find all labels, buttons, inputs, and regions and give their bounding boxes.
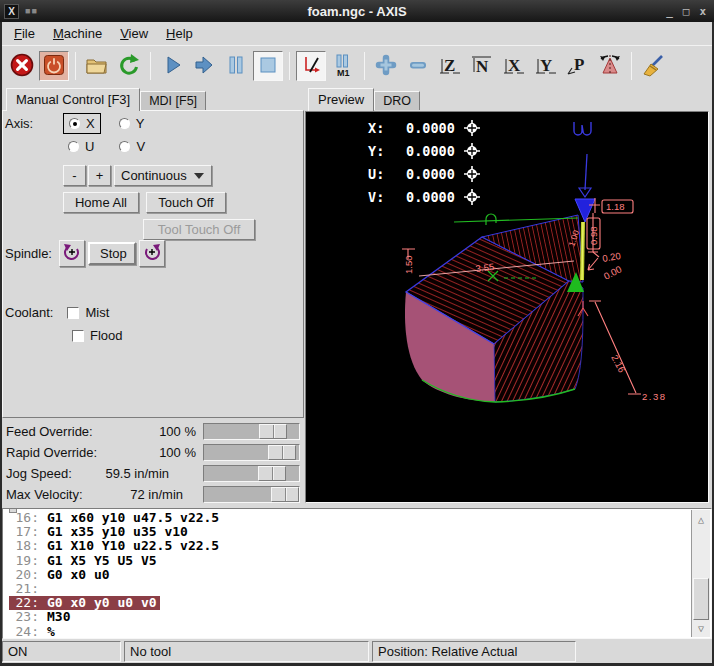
coord-axis: V: — [368, 189, 384, 205]
slider-handle[interactable] — [259, 424, 287, 439]
view-top-button[interactable]: Z — [435, 51, 465, 81]
toolbar-separator — [631, 52, 632, 80]
letter-p-icon: P — [565, 52, 591, 81]
max-velocity-slider[interactable] — [203, 486, 300, 503]
estop-button[interactable] — [7, 51, 37, 81]
slider-handle[interactable] — [268, 445, 296, 460]
slider-handle[interactable] — [258, 466, 286, 481]
gcode-line[interactable]: 23:M30 — [3, 610, 711, 624]
view-side-y-button[interactable]: Y — [531, 51, 561, 81]
pause-icon — [223, 52, 249, 81]
gcode-line[interactable]: 19:G1 X5 Y5 U5 V5 — [3, 554, 711, 568]
gcode-line[interactable]: 24:% — [3, 625, 711, 639]
home-all-button[interactable]: Home All — [63, 192, 139, 213]
clear-plot-button[interactable] — [638, 51, 668, 81]
broom-icon — [640, 52, 666, 81]
gcode-line[interactable]: 16:G1 x60 y10 u47.5 v22.5 — [3, 511, 711, 525]
tab-manual-control[interactable]: Manual Control [F3] — [6, 88, 140, 111]
rapid-override-slider[interactable] — [203, 444, 300, 461]
slider-handle[interactable] — [271, 487, 299, 502]
close-button[interactable]: x — [699, 5, 706, 18]
open-file-button[interactable] — [82, 51, 112, 81]
spindle-ccw-button[interactable] — [59, 240, 85, 267]
rotate-view-button[interactable] — [595, 51, 625, 81]
scroll-up-arrow[interactable]: △ — [693, 511, 709, 527]
axis-radio-v[interactable]: V — [114, 137, 150, 156]
rapid-override-value: 100 % — [97, 445, 203, 460]
zoom-in-button[interactable] — [371, 51, 401, 81]
scroll-thumb[interactable] — [693, 578, 709, 620]
scroll-down-arrow[interactable]: ▽ — [693, 620, 709, 636]
spindle-cw-icon — [142, 250, 162, 265]
optional-stop-button[interactable]: M1 — [328, 51, 358, 81]
touch-off-button[interactable]: Touch Off — [146, 192, 226, 213]
jog-plus-button[interactable]: + — [88, 165, 111, 186]
view-rotated-top-button[interactable]: N — [467, 51, 497, 81]
menu-help[interactable]: Help — [158, 23, 201, 44]
feed-override-value: 100 % — [93, 424, 203, 439]
toolpath-display-toggle[interactable] — [296, 51, 326, 81]
gcode-line[interactable]: 20:G0 x0 u0 — [3, 568, 711, 582]
status-bar: ON No tool Position: Relative Actual — [2, 639, 712, 664]
gcode-line-active[interactable]: 22:G0 x0 y0 u0 v0 — [3, 596, 711, 610]
tab-preview[interactable]: Preview — [308, 88, 374, 111]
svg-text:M1: M1 — [337, 68, 350, 78]
pane-sash-handle[interactable] — [9, 508, 17, 513]
coord-value: 0.0000 — [406, 189, 455, 205]
run-button[interactable] — [157, 51, 187, 81]
reload-button[interactable] — [114, 51, 144, 81]
jog-speed-slider[interactable] — [203, 465, 300, 482]
view-perspective-button[interactable]: P — [563, 51, 593, 81]
gcode-line[interactable]: 18:G1 X10 Y10 u22.5 v22.5 — [3, 539, 711, 553]
tool-touch-off-button[interactable]: Tool Touch Off — [143, 219, 255, 240]
minimize-button[interactable]: _ — [666, 5, 673, 18]
coolant-mist-checkbox[interactable]: Mist — [62, 303, 114, 322]
toolbar: M1 Z N X Y P — [2, 45, 712, 86]
axis-radio-y[interactable]: Y — [114, 114, 150, 133]
dim-label: 1.50 — [403, 256, 414, 275]
axis-radio-u[interactable]: U — [63, 137, 99, 156]
jog-speed-value: 59.5 in/min — [72, 466, 203, 481]
preview-canvas[interactable]: X: 0.0000 Y: 0.0000 U: 0.0000 V: 0.0000 — [306, 112, 708, 502]
overrides-panel: Feed Override: 100 % Rapid Override: 100… — [2, 418, 304, 505]
tab-mdi[interactable]: MDI [F5] — [140, 91, 206, 110]
menu-machine[interactable]: Machine — [45, 23, 110, 44]
main-area: Manual Control [F3] MDI [F5] Axis: X Y — [2, 86, 712, 508]
gcode-listing[interactable]: 16:G1 x60 y10 u47.5 v22.5 17:G1 x35 y10 … — [2, 508, 712, 639]
spindle-cw-button[interactable] — [139, 240, 165, 267]
step-button[interactable] — [189, 51, 219, 81]
menu-file[interactable]: File — [6, 23, 43, 44]
gcode-line[interactable]: 21: — [3, 582, 711, 596]
radio-icon — [119, 141, 130, 152]
jog-minus-button[interactable]: - — [63, 165, 86, 186]
view-side-x-button[interactable]: X — [499, 51, 529, 81]
coord-axis: U: — [368, 166, 384, 182]
maximize-button[interactable]: □ — [683, 5, 690, 18]
power-button[interactable] — [39, 51, 69, 81]
power-icon — [41, 52, 67, 81]
jog-increment-dropdown[interactable]: Continuous — [114, 165, 212, 186]
coord-value: 0.0000 — [406, 143, 455, 159]
jog-speed-label: Jog Speed: — [4, 466, 72, 481]
title-bar: X ■■ foam.ngc - AXIS _ □ x — [0, 0, 714, 22]
rotate-cone-icon — [597, 52, 623, 81]
menu-view[interactable]: View — [112, 23, 156, 44]
toolbar-separator — [75, 52, 76, 80]
spindle-stop-button[interactable]: Stop — [88, 242, 136, 265]
dim-label: 2.38 — [642, 391, 667, 402]
position-mode-cell: Position: Relative Actual — [372, 641, 576, 662]
zoom-out-button[interactable] — [403, 51, 433, 81]
coolant-flood-checkbox[interactable]: Flood — [67, 326, 128, 345]
axis-radio-x[interactable]: X — [63, 113, 101, 134]
toolbar-separator — [150, 52, 151, 80]
pause-button[interactable] — [221, 51, 251, 81]
tab-dro[interactable]: DRO — [374, 91, 420, 110]
stop-button[interactable] — [253, 51, 283, 81]
gcode-line[interactable]: 17:G1 x35 y10 u35 v10 — [3, 525, 711, 539]
toolpath-icon — [298, 52, 324, 81]
feed-override-slider[interactable] — [203, 423, 300, 440]
gcode-scrollbar[interactable]: △ ▽ — [691, 510, 710, 637]
app-frame: File Machine View Help M1 — [2, 22, 712, 663]
svg-text:X: X — [508, 56, 521, 75]
axis-label: Axis: — [5, 116, 33, 131]
